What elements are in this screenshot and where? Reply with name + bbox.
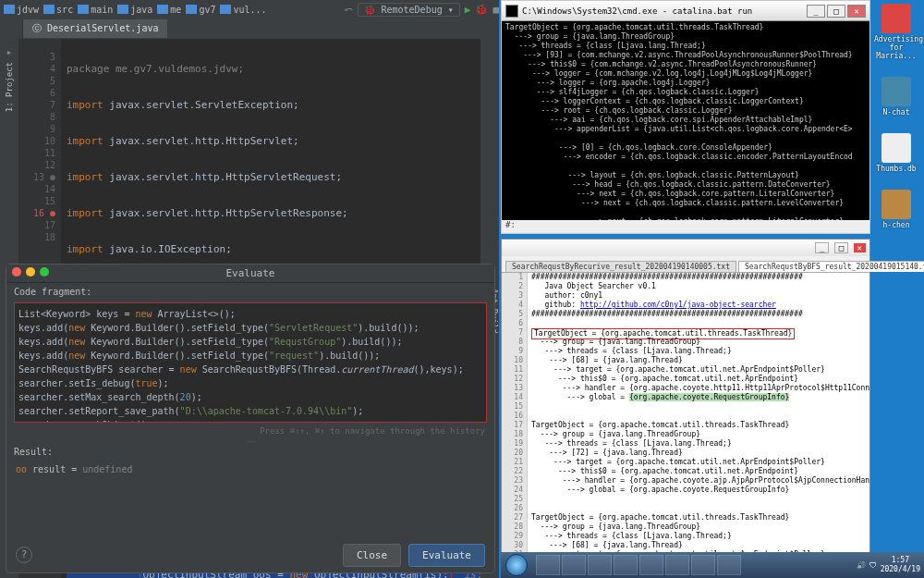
notepad-window: _ □ ✕ SearchRequstByRecurive_result_2020… — [501, 239, 870, 578]
editor-tabs: ⓒ DeserialServlet.java — [0, 18, 499, 39]
desktop-icon[interactable]: Thumbs.db — [874, 133, 918, 173]
tray-icon[interactable]: 🔊 — [857, 561, 866, 570]
taskbar-item[interactable] — [717, 555, 741, 575]
npp-tabs: SearchRequstByRecurive_result_2020041901… — [502, 256, 869, 273]
dialog-titlebar[interactable]: Evaluate — [6, 264, 494, 283]
nav-item[interactable]: me — [157, 5, 181, 15]
close-button[interactable]: Close — [343, 544, 401, 567]
run-icon[interactable]: ▶ — [465, 4, 471, 16]
editor-tab[interactable]: ⓒ DeserialServlet.java — [22, 19, 167, 38]
npp-tab-active[interactable]: SearchRequstByBFS_result_20200419015140.… — [738, 261, 924, 272]
taskbar-item[interactable] — [588, 555, 612, 575]
window-controls[interactable] — [12, 267, 49, 277]
start-button[interactable] — [501, 552, 532, 578]
taskbar-items — [536, 555, 741, 575]
taskbar-item[interactable] — [639, 555, 663, 575]
nav-item[interactable]: java — [117, 5, 152, 15]
npp-text[interactable]: ########################################… — [528, 273, 869, 577]
close-icon[interactable]: ✕ — [854, 243, 866, 252]
nav-item[interactable]: vul... — [220, 5, 266, 15]
run-config-selector[interactable]: 🐞 RemoteDebug ▾ — [358, 3, 459, 17]
code-fragment-input[interactable]: List<Keyword> keys = new ArrayList<>(); … — [14, 302, 487, 423]
nav-item[interactable]: src — [43, 5, 73, 15]
tray-icon[interactable]: 🛡 — [869, 561, 877, 570]
maximize-icon[interactable]: □ — [834, 242, 848, 253]
taskbar-item[interactable] — [562, 555, 586, 575]
taskbar-item[interactable] — [691, 555, 715, 575]
ide-breadcrumb: jdvw src main java me gv7 vul... ⤺ 🐞 Rem… — [0, 0, 499, 18]
taskbar-item[interactable] — [614, 555, 638, 575]
taskbar-item[interactable] — [536, 555, 560, 575]
taskbar-item[interactable] — [665, 555, 689, 575]
nav-back-icon[interactable]: ⤺ — [345, 4, 353, 16]
cmd-window: C:\Windows\System32\cmd.exe - catalina.b… — [501, 0, 870, 234]
maximize-icon[interactable]: □ — [827, 5, 845, 18]
result-value: oo result = undefined — [6, 461, 494, 478]
desktop-icons: Advertising for Marria... N-chat Thumbs.… — [870, 4, 922, 229]
dialog-title: Evaluate — [226, 267, 275, 279]
cmd-status: #: — [502, 220, 869, 233]
clock[interactable]: 1:572020/4/19 — [881, 556, 920, 574]
taskbar: 🔊 🛡 1:572020/4/19 — [501, 552, 924, 578]
stop-icon[interactable]: ■ — [492, 4, 499, 16]
npp-tab[interactable]: SearchRequstByRecurive_result_2020041901… — [505, 261, 736, 272]
code-fragment-label: Code fragment: — [6, 283, 494, 301]
npp-titlebar[interactable]: _ □ ✕ — [502, 240, 869, 256]
history-hint: Press ⌘⇧↑, ⌘↑ to navigate through the hi… — [6, 424, 494, 437]
help-icon[interactable]: ? — [16, 547, 32, 563]
cmd-output[interactable]: TargetObject = {org.apache.tomcat.util.t… — [502, 21, 869, 220]
npp-gutter: 1234567891011121314151617181920212223242… — [502, 273, 528, 577]
cmd-title-text: C:\Windows\System32\cmd.exe - catalina.b… — [522, 6, 752, 16]
desktop-icon[interactable]: h-chen — [874, 190, 918, 229]
cmd-titlebar[interactable]: C:\Windows\System32\cmd.exe - catalina.b… — [502, 1, 869, 21]
nav-item[interactable]: gv7 — [186, 5, 215, 15]
evaluate-dialog: Evaluate Code fragment: List<Keyword> ke… — [6, 264, 495, 573]
cmd-icon — [505, 5, 518, 18]
system-tray[interactable]: 🔊 🛡 1:572020/4/19 — [857, 556, 924, 574]
minimize-icon[interactable]: _ — [815, 242, 829, 253]
evaluate-button[interactable]: Evaluate — [408, 544, 485, 567]
debug-icon[interactable]: 🐞 — [475, 4, 488, 16]
nav-item[interactable]: jdvw — [4, 5, 39, 15]
desktop-icon[interactable]: N-chat — [874, 77, 918, 117]
close-icon[interactable]: ✕ — [847, 5, 866, 18]
result-label: Result: — [6, 443, 494, 461]
desktop-icon[interactable]: Advertising for Marria... — [874, 4, 918, 60]
minimize-icon[interactable]: _ — [807, 5, 825, 18]
nav-item[interactable]: main — [78, 5, 113, 15]
